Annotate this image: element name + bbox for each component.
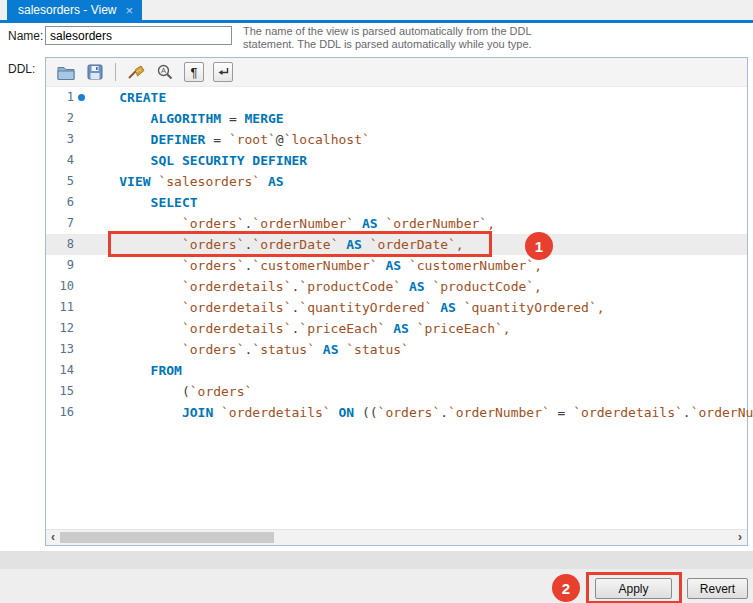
code-line-13[interactable]: 13`orders`.`status` AS `status` <box>46 339 747 360</box>
code-line-1[interactable]: 1CREATE <box>46 87 747 108</box>
line-number: 14 <box>46 360 74 381</box>
word-wrap-icon[interactable] <box>213 62 233 82</box>
line-number: 9 <box>46 255 74 276</box>
line-number: 12 <box>46 318 74 339</box>
tab-bar: salesorders - View × <box>0 0 753 23</box>
apply-button[interactable]: Apply <box>595 578 672 599</box>
annotation-step-2: 2 <box>552 574 580 602</box>
line-number: 11 <box>46 297 74 318</box>
code-line-5[interactable]: 5VIEW `salesorders` AS <box>46 171 747 192</box>
code-text: DEFINER = `root`@`localhost` <box>151 129 370 150</box>
line-number: 5 <box>46 171 74 192</box>
code-text: SQL SECURITY DEFINER <box>151 150 308 171</box>
line-number: 8 <box>46 234 74 255</box>
code-text: `orders`.`status` AS `status` <box>182 339 409 360</box>
ddl-label: DDL: <box>8 62 35 76</box>
line-number: 15 <box>46 381 74 402</box>
code-text: `orderdetails`.`priceEach` AS `priceEach… <box>182 318 511 339</box>
tab-accent-underline <box>0 20 753 23</box>
marker-spacer <box>77 297 88 318</box>
toolbar-separator <box>115 63 116 81</box>
help-text: The name of the view is parsed automatic… <box>243 25 532 51</box>
code-line-8[interactable]: 8`orders`.`orderDate` AS `orderDate`, <box>46 234 747 255</box>
marker-spacer <box>77 318 88 339</box>
marker-spacer <box>77 150 88 171</box>
code-text: `orders`.`orderNumber` AS `orderNumber`, <box>182 213 495 234</box>
scroll-left-icon[interactable]: ‹ <box>51 530 55 544</box>
code-text: ALGORITHM = MERGE <box>151 108 284 129</box>
view-name-input[interactable] <box>45 26 232 45</box>
code-line-9[interactable]: 9`orders`.`customerNumber` AS `customerN… <box>46 255 747 276</box>
marker-spacer <box>77 339 88 360</box>
view-editor-window: salesorders - View × Name: The name of t… <box>0 0 753 603</box>
pilcrow-glyph: ¶ <box>191 65 198 80</box>
open-file-icon[interactable] <box>56 62 76 82</box>
line-number: 4 <box>46 150 74 171</box>
code-line-6[interactable]: 6SELECT <box>46 192 747 213</box>
footer-separator-strip <box>0 551 753 569</box>
code-text: `orderdetails`.`productCode` AS `product… <box>182 276 542 297</box>
line-number: 6 <box>46 192 74 213</box>
line-number: 16 <box>46 402 74 423</box>
code-text: JOIN `orderdetails` ON ((`orders`.`order… <box>182 402 753 423</box>
horizontal-scrollbar[interactable]: ‹ › <box>46 529 747 545</box>
code-text: CREATE <box>119 87 166 108</box>
tab-close-icon[interactable]: × <box>125 4 133 17</box>
beautify-icon[interactable] <box>126 62 146 82</box>
help-text-line2: statement. The DDL is parsed automatical… <box>243 38 532 51</box>
code-line-10[interactable]: 10`orderdetails`.`productCode` AS `produ… <box>46 276 747 297</box>
line-number: 3 <box>46 129 74 150</box>
revert-button[interactable]: Revert <box>687 578 748 599</box>
code-text: (`orders` <box>182 381 252 402</box>
scroll-right-icon[interactable]: › <box>738 530 742 544</box>
code-text: FROM <box>151 360 182 381</box>
code-text: `orderdetails`.`quantityOrdered` AS `qua… <box>182 297 605 318</box>
code-text: `orders`.`orderDate` AS `orderDate`, <box>182 234 464 255</box>
code-text: VIEW `salesorders` AS <box>119 171 283 192</box>
code-line-16[interactable]: 16JOIN `orderdetails` ON ((`orders`.`ord… <box>46 402 747 423</box>
marker-spacer <box>77 381 88 402</box>
line-number: 13 <box>46 339 74 360</box>
code-line-4[interactable]: 4SQL SECURITY DEFINER <box>46 150 747 171</box>
show-invisibles-icon[interactable]: ¶ <box>184 62 204 82</box>
tab-salesorders-view[interactable]: salesorders - View × <box>7 0 142 20</box>
code-text: SELECT <box>151 192 198 213</box>
code-line-12[interactable]: 12`orderdetails`.`priceEach` AS `priceEa… <box>46 318 747 339</box>
tab-title: salesorders - View <box>18 3 116 17</box>
line-number: 7 <box>46 213 74 234</box>
annotation-step-1: 1 <box>525 232 553 260</box>
svg-text:A: A <box>161 66 166 75</box>
marker-spacer <box>77 171 88 192</box>
marker-spacer <box>77 213 88 234</box>
line-number: 1 <box>46 87 74 108</box>
help-text-line1: The name of the view is parsed automatic… <box>243 25 532 38</box>
marker-spacer <box>77 108 88 129</box>
editor-toolbar: A ¶ <box>46 58 747 87</box>
marker-spacer <box>77 129 88 150</box>
save-icon[interactable] <box>85 62 105 82</box>
find-icon[interactable]: A <box>155 62 175 82</box>
statement-marker-icon <box>77 87 88 108</box>
code-line-14[interactable]: 14FROM <box>46 360 747 381</box>
marker-spacer <box>77 234 88 255</box>
marker-spacer <box>77 192 88 213</box>
scrollbar-thumb[interactable] <box>60 532 274 543</box>
code-line-2[interactable]: 2ALGORITHM = MERGE <box>46 108 747 129</box>
line-number: 2 <box>46 108 74 129</box>
code-text: `orders`.`customerNumber` AS `customerNu… <box>182 255 542 276</box>
marker-spacer <box>77 255 88 276</box>
marker-spacer <box>77 402 88 423</box>
code-line-7[interactable]: 7`orders`.`orderNumber` AS `orderNumber`… <box>46 213 747 234</box>
code-line-15[interactable]: 15(`orders` <box>46 381 747 402</box>
code-line-11[interactable]: 11`orderdetails`.`quantityOrdered` AS `q… <box>46 297 747 318</box>
code-lines[interactable]: 1CREATE2ALGORITHM = MERGE3DEFINER = `roo… <box>46 87 747 423</box>
ddl-editor: A ¶ 1CREATE2ALGORITHM = MERGE3DEFINER = … <box>45 57 748 546</box>
code-line-3[interactable]: 3DEFINER = `root`@`localhost` <box>46 129 747 150</box>
marker-spacer <box>77 360 88 381</box>
marker-spacer <box>77 276 88 297</box>
name-label: Name: <box>8 29 43 43</box>
line-number: 10 <box>46 276 74 297</box>
